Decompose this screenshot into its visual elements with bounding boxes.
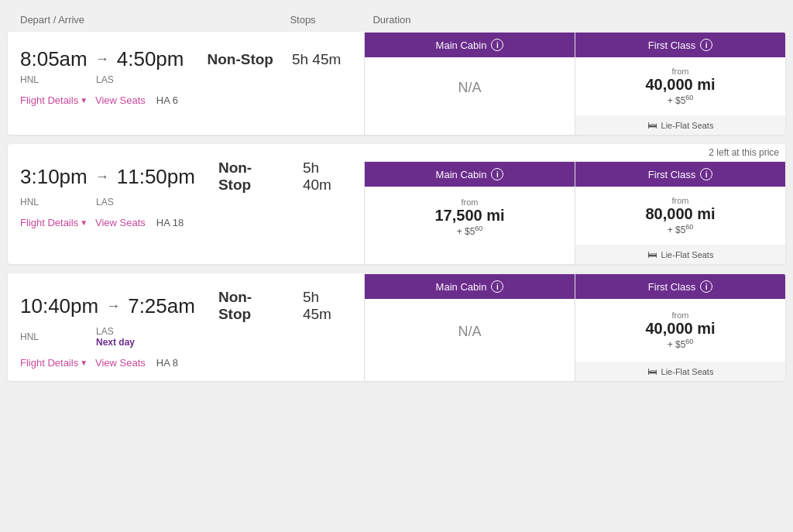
view-seats-link[interactable]: View Seats: [95, 217, 146, 228]
lie-flat-text: Lie-Flat Seats: [661, 367, 714, 376]
main-cabin-col-label: Main Cabin: [436, 169, 487, 180]
lie-flat-text: Lie-Flat Seats: [661, 121, 714, 130]
arrive-time: 4:50pm: [117, 47, 184, 71]
flight-card-2: 3:10pm→11:50pmNon-Stop5h 40mHNLLASFlight…: [8, 144, 785, 264]
flight-details-label: Flight Details: [20, 217, 78, 228]
lie-flat-icon: 🛏: [647, 249, 657, 260]
first-class-col-body[interactable]: from40,000 mi+ $560: [575, 57, 785, 115]
flight-details-link[interactable]: Flight Details▼: [20, 94, 88, 106]
main-cabin-col-body: N/A: [365, 57, 575, 118]
view-seats-link[interactable]: View Seats: [95, 94, 146, 106]
arrive-airport: LAS: [96, 197, 114, 208]
flight-times-3: 10:40pm→7:25amNon-Stop5h 45m: [20, 289, 352, 323]
airports-row: HNLLASNext day: [20, 326, 352, 348]
first-class-col: First Classifrom80,000 mi+ $560🛏Lie-Flat…: [575, 162, 785, 264]
flight-actions: Flight Details▼View SeatsHA 8: [20, 357, 352, 369]
arrive-airport: LAS: [96, 326, 114, 337]
info-icon[interactable]: i: [491, 39, 503, 51]
cabin-miles: 40,000 mi: [645, 76, 715, 94]
first-class-col-body[interactable]: from40,000 mi+ $560: [575, 299, 785, 362]
cabin-from: from: [672, 67, 689, 76]
main-cabin-col: Main CabiniN/A: [364, 274, 575, 381]
availability-notice: 2 left at this price: [364, 144, 785, 161]
main-cabin-col-body[interactable]: from17,500 mi+ $560: [365, 187, 575, 247]
first-class-col-label: First Class: [648, 281, 695, 293]
airports-row: HNLLAS: [20, 197, 352, 208]
flight-times-2: 3:10pm→11:50pmNon-Stop5h 40m: [20, 160, 352, 194]
arrive-time: 11:50pm: [117, 165, 195, 189]
first-class-col-label: First Class: [648, 39, 695, 51]
duration-label: 5h 45m: [292, 51, 341, 68]
first-class-col-header: First Classi: [575, 33, 785, 57]
cabin-columns: Main CabiniN/A First Classifrom40,000 mi…: [364, 32, 785, 135]
stops-label: Non-Stop: [218, 160, 284, 194]
main-cabin-col-label: Main Cabin: [436, 281, 487, 293]
arrow-icon: →: [106, 298, 120, 314]
flight-details-label: Flight Details: [20, 357, 78, 369]
first-class-col-body[interactable]: from80,000 mi+ $560: [575, 187, 785, 245]
stops-label: Non-Stop: [218, 289, 284, 323]
main-cabin-col-header: Main Cabini: [365, 162, 575, 187]
depart-time: 8:05am: [20, 47, 88, 71]
info-icon[interactable]: i: [700, 168, 712, 180]
flight-left-3: 10:40pm→7:25amNon-Stop5h 45mHNLLASNext d…: [8, 273, 364, 381]
cabin-from: from: [672, 311, 689, 320]
main-cabin-col-header: Main Cabini: [365, 274, 575, 299]
chevron-down-icon: ▼: [80, 218, 88, 227]
cabin-fee: + $560: [668, 338, 694, 350]
first-class-col: First Classifrom40,000 mi+ $560🛏Lie-Flat…: [575, 33, 785, 135]
flight-card-3: 10:40pm→7:25amNon-Stop5h 45mHNLLASNext d…: [8, 273, 785, 381]
main-cabin-col: Main Cabinifrom17,500 mi+ $560: [364, 162, 575, 264]
flight-details-label: Flight Details: [20, 94, 78, 106]
info-icon[interactable]: i: [491, 280, 503, 293]
cabin-columns: Main CabiniN/A First Classifrom40,000 mi…: [364, 273, 785, 381]
empty-footer: [365, 247, 575, 264]
arrive-airport-block: LAS: [96, 74, 114, 85]
info-icon[interactable]: i: [700, 280, 712, 293]
flight-actions: Flight Details▼View SeatsHA 18: [20, 217, 352, 228]
flight-number: HA 8: [156, 357, 178, 369]
info-icon[interactable]: i: [491, 168, 503, 180]
flight-details-link[interactable]: Flight Details▼: [20, 357, 88, 369]
arrive-airport-block: LAS: [96, 197, 114, 208]
header-stops: Stops: [252, 14, 353, 26]
cabin-miles: 40,000 mi: [645, 320, 715, 338]
next-day-label: Next day: [96, 337, 135, 348]
table-header: Depart / Arrive Stops Duration: [8, 8, 785, 32]
empty-footer: [365, 118, 575, 135]
arrive-airport-block: LASNext day: [96, 326, 135, 348]
flight-number: HA 18: [156, 217, 184, 228]
cabin-fee: + $560: [668, 94, 694, 106]
chevron-down-icon: ▼: [80, 359, 88, 367]
view-seats-link[interactable]: View Seats: [95, 357, 146, 369]
cabin-na: N/A: [458, 80, 481, 96]
stops-label: Non-Stop: [207, 51, 273, 68]
airports-row: HNLLAS: [20, 74, 352, 85]
cabin-miles: 80,000 mi: [645, 205, 715, 223]
main-cabin-col-body: N/A: [365, 299, 575, 364]
main-cabin-col-label: Main Cabin: [436, 39, 487, 51]
flight-right-1: Main CabiniN/A First Classifrom40,000 mi…: [364, 32, 785, 135]
flight-details-link[interactable]: Flight Details▼: [20, 217, 88, 228]
depart-time: 10:40pm: [20, 294, 98, 318]
flights-list: 8:05am→4:50pmNon-Stop5h 45mHNLLASFlight …: [8, 32, 785, 381]
cabin-fee: + $560: [457, 225, 483, 237]
flight-right-3: Main CabiniN/A First Classifrom40,000 mi…: [364, 273, 785, 381]
info-icon[interactable]: i: [700, 39, 712, 51]
main-cabin-col-header: Main Cabini: [365, 33, 575, 57]
lie-flat-icon: 🛏: [647, 366, 657, 377]
arrow-icon: →: [95, 51, 109, 67]
flight-card-1: 8:05am→4:50pmNon-Stop5h 45mHNLLASFlight …: [8, 32, 785, 135]
lie-flat-icon: 🛏: [647, 119, 657, 131]
flight-right-2: 2 left at this priceMain Cabinifrom17,50…: [364, 144, 785, 264]
duration-label: 5h 45m: [303, 289, 352, 323]
cabin-from: from: [672, 196, 689, 205]
lie-flat-text: Lie-Flat Seats: [661, 250, 714, 259]
flight-times-1: 8:05am→4:50pmNon-Stop5h 45m: [20, 47, 352, 71]
cabin-from: from: [462, 197, 479, 207]
cabin-columns: Main Cabinifrom17,500 mi+ $560 First Cla…: [364, 161, 785, 264]
flight-actions: Flight Details▼View SeatsHA 6: [20, 94, 352, 106]
header-duration: Duration: [353, 14, 431, 26]
cabin-fee: + $560: [668, 223, 694, 235]
arrow-icon: →: [95, 169, 109, 185]
